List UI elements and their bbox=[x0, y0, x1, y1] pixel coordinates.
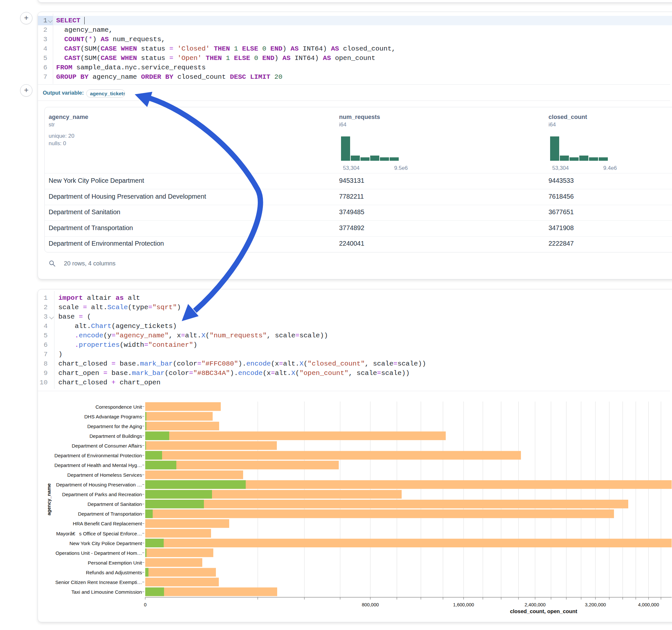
svg-text:Operations Unit - Department o: Operations Unit - Department of Hom… bbox=[55, 550, 142, 556]
svg-text:DHS Advantage Programs: DHS Advantage Programs bbox=[84, 414, 142, 419]
svg-text:0: 0 bbox=[144, 602, 146, 607]
svg-text:closed_count, open_count: closed_count, open_count bbox=[510, 608, 577, 614]
svg-text:Refunds and Adjustments: Refunds and Adjustments bbox=[86, 570, 142, 575]
svg-text:Department of Sanitation: Department of Sanitation bbox=[88, 501, 142, 507]
svg-text:New York City Police Departmen: New York City Police Department bbox=[69, 540, 142, 546]
svg-text:Department of Parks and Recrea: Department of Parks and Recreation bbox=[62, 492, 142, 497]
svg-text:1,600,000: 1,600,000 bbox=[453, 602, 474, 607]
svg-text:agency_name: agency_name bbox=[46, 483, 51, 515]
svg-text:800,000: 800,000 bbox=[362, 602, 379, 607]
svg-text:Department of Buildings: Department of Buildings bbox=[90, 433, 142, 439]
svg-text:Senior Citizen Rent Increase E: Senior Citizen Rent Increase Exempti… bbox=[55, 579, 142, 585]
svg-text:Personal Exemption Unit: Personal Exemption Unit bbox=[88, 560, 142, 565]
svg-text:Department of Health and Menta: Department of Health and Mental Hyg… bbox=[54, 462, 142, 468]
svg-text:3,200,000: 3,200,000 bbox=[585, 602, 606, 607]
svg-text:Department of Homeless Service: Department of Homeless Services bbox=[67, 472, 142, 478]
svg-text:4,000,000: 4,000,000 bbox=[638, 602, 659, 607]
svg-text:HRA Benefit Card Replacement: HRA Benefit Card Replacement bbox=[73, 521, 142, 526]
svg-text:Department of Housing Preserva: Department of Housing Preservation … bbox=[56, 482, 142, 487]
svg-text:Mayorâ€ s Office of Special E: Mayorâ€ s Office of Special Enforce… bbox=[56, 531, 142, 536]
svg-text:Correspondence Unit: Correspondence Unit bbox=[95, 404, 142, 410]
svg-text:Taxi and Limousine Commission: Taxi and Limousine Commission bbox=[71, 589, 142, 595]
svg-text:Department of Consumer Affairs: Department of Consumer Affairs bbox=[72, 443, 142, 449]
svg-text:Department of Environmental Pr: Department of Environmental Protection bbox=[54, 453, 142, 458]
svg-text:Department for the Aging: Department for the Aging bbox=[87, 423, 142, 429]
svg-text:2,400,000: 2,400,000 bbox=[525, 602, 546, 607]
svg-text:Department of Transportation: Department of Transportation bbox=[78, 511, 142, 516]
